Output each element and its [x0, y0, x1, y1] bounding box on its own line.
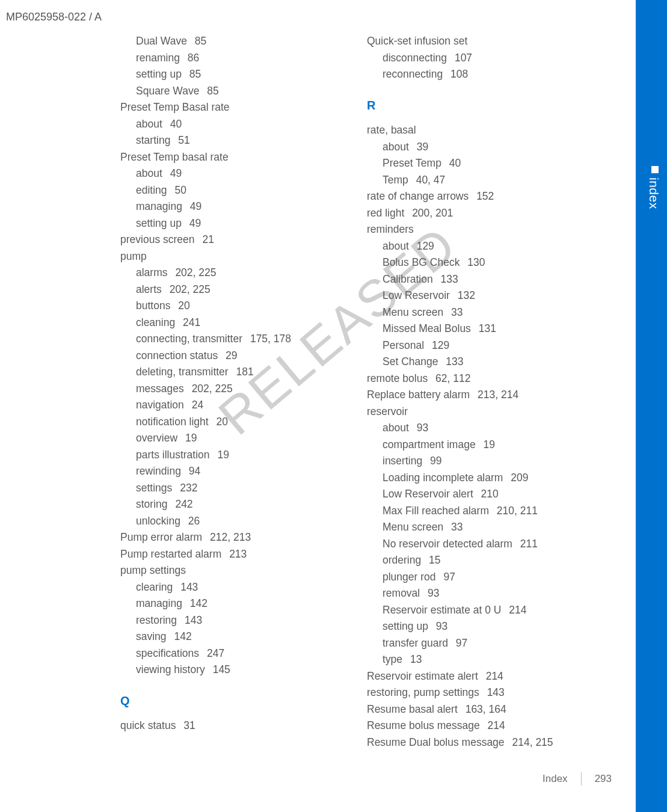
index-entry: editing 50: [120, 182, 343, 199]
index-entry-term: Loading incomplete alarm: [383, 472, 503, 484]
index-entry-term: Menu screen: [383, 521, 443, 533]
index-entry-pages: 142: [187, 597, 207, 609]
index-entry-pages: 49: [167, 167, 182, 179]
index-entry: Set Change 133: [367, 354, 589, 371]
index-entry: parts illustration 19: [120, 447, 343, 464]
index-entry-term: about: [383, 422, 409, 434]
index-entry-term: Bolus BG Check: [383, 256, 460, 268]
index-entry-pages: 132: [455, 289, 475, 301]
index-entry-pages: 29: [223, 349, 237, 361]
index-entry-term: transfer guard: [383, 637, 448, 649]
index-entry-term: alarms: [136, 266, 168, 278]
index-entry: pump settings: [120, 562, 343, 579]
index-entry: rate, basal: [367, 122, 589, 139]
index-entry-term: alerts: [136, 283, 162, 295]
index-entry: Bolus BG Check 130: [367, 254, 589, 271]
index-entry-term: navigation: [136, 399, 184, 411]
index-entry-pages: 97: [453, 637, 467, 649]
index-entry: managing 142: [120, 595, 343, 612]
index-entry-term: compartment image: [383, 438, 476, 451]
index-entry-pages: 62, 112: [432, 372, 470, 384]
index-entry-pages: 19: [182, 432, 197, 444]
index-entry-term: notification light: [136, 416, 209, 428]
document-header: MP6025958-022 / A: [6, 11, 102, 23]
index-entry-pages: 241: [180, 316, 200, 328]
index-entry: Replace battery alarm 213, 214: [367, 387, 589, 404]
index-entry-term: setting up: [383, 620, 428, 632]
index-entry: Dual Wave 85: [120, 33, 343, 50]
footer-page-number: 293: [595, 773, 612, 785]
index-entry-pages: 85: [204, 85, 218, 97]
footer-section-label: Index: [543, 773, 568, 785]
index-entry: restoring, pump settings 143: [367, 684, 589, 701]
index-entry: about 93: [367, 420, 589, 437]
index-entry: Personal 129: [367, 337, 589, 354]
index-entry-pages: 213: [226, 548, 247, 560]
index-entry: Pump error alarm 212, 213: [120, 529, 343, 546]
index-entry-term: Personal: [383, 339, 424, 351]
index-entry-pages: 143: [484, 686, 505, 698]
index-column-right: Quick-set infusion setdisconnecting 107r…: [367, 33, 589, 751]
index-entry-pages: 51: [175, 134, 189, 146]
index-entry: viewing history 145: [120, 662, 343, 678]
index-entry-pages: 86: [185, 52, 199, 64]
index-entry-pages: 247: [204, 647, 224, 659]
index-entry: Preset Temp 40: [367, 155, 589, 172]
index-entry: specifications 247: [120, 645, 343, 662]
index-entry-term: buttons: [136, 300, 170, 312]
index-entry-term: viewing history: [136, 663, 205, 675]
index-entry: Low Reservoir alert 210: [367, 486, 589, 503]
index-entry-pages: 152: [473, 190, 494, 202]
index-entry-pages: 13: [407, 653, 422, 665]
index-entry-pages: 202, 225: [167, 283, 211, 295]
index-entry-pages: 129: [414, 240, 434, 252]
index-entry: reminders: [367, 221, 589, 238]
index-entry-pages: 210, 211: [494, 505, 538, 517]
index-entry-term: No reservoir detected alarm: [383, 538, 512, 550]
index-entry-pages: 19: [481, 438, 495, 451]
index-entry-term: unlocking: [136, 515, 180, 527]
index-entry: setting up 93: [367, 618, 589, 635]
index-entry-term: Resume basal alert: [367, 703, 458, 715]
index-entry: saving 142: [120, 629, 343, 645]
index-entry: buttons 20: [120, 298, 343, 315]
index-entry-pages: 202, 225: [173, 266, 217, 278]
index-entry-pages: 49: [186, 217, 201, 229]
side-tab: index: [636, 0, 667, 812]
index-entry: Quick-set infusion set: [367, 33, 589, 50]
index-entry-pages: 200, 201: [409, 207, 453, 219]
index-entry-pages: 209: [508, 472, 528, 484]
index-entry-term: deleting, transmitter: [136, 366, 229, 378]
index-entry-pages: 20: [214, 416, 228, 428]
index-entry-term: parts illustration: [136, 449, 210, 461]
index-entry: storing 242: [120, 496, 343, 513]
index-entry-pages: 40: [446, 157, 461, 169]
index-entry-term: restoring: [136, 614, 177, 626]
index-entry-term: rate of change arrows: [367, 190, 469, 202]
index-entry: Resume bolus message 214: [367, 718, 589, 734]
index-entry-term: reminders: [367, 223, 414, 235]
index-entry: Preset Temp basal rate: [120, 149, 343, 166]
index-entry-term: connection status: [136, 349, 218, 361]
index-entry: cleaning 241: [120, 315, 343, 331]
index-entry: notification light 20: [120, 414, 343, 431]
index-entry-pages: 49: [187, 200, 201, 212]
index-entry-term: specifications: [136, 647, 199, 659]
index-entry-term: managing: [136, 597, 182, 609]
index-entry-term: Reservoir estimate at 0 U: [383, 604, 501, 616]
index-entry-term: starting: [136, 134, 170, 146]
index-entry: reservoir: [367, 404, 589, 420]
index-entry-term: remote bolus: [367, 372, 428, 384]
index-entry: remote bolus 62, 112: [367, 371, 589, 387]
index-entry-term: previous screen: [120, 233, 195, 245]
index-entry: rewinding 94: [120, 463, 343, 480]
index-entry: Low Reservoir 132: [367, 288, 589, 304]
index-entry-term: overview: [136, 432, 177, 444]
index-entry-term: reconnecting: [383, 68, 443, 80]
index-section-letter: R: [367, 97, 589, 114]
index-entry-pages: 107: [452, 52, 472, 64]
index-entry-pages: 131: [476, 322, 496, 334]
index-entry: managing 49: [120, 198, 343, 215]
index-entry-term: storing: [136, 498, 168, 510]
index-entry-pages: 213, 214: [475, 389, 518, 401]
